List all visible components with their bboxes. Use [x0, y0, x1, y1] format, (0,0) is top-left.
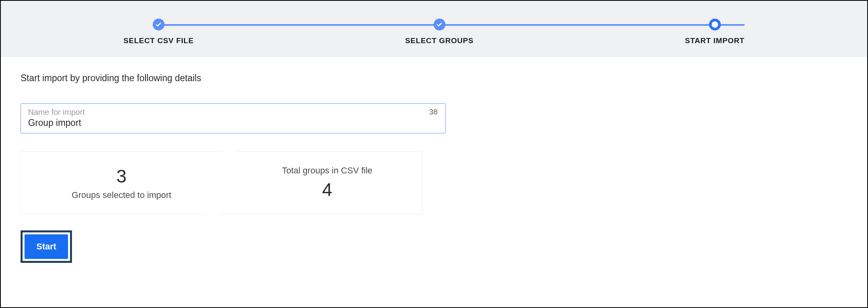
step-select-csv: SELECT CSV FILE [123, 19, 194, 45]
total-groups-card: Total groups in CSV file 4 [220, 151, 422, 215]
step-label: SELECT CSV FILE [123, 36, 194, 45]
start-button-highlight: Start [21, 230, 72, 263]
stepper: SELECT CSV FILE SELECT GROUPS START IMPO… [1, 19, 867, 45]
selected-label: Groups selected to import [72, 190, 171, 200]
content-area: Start import by providing the following … [1, 57, 867, 307]
import-wizard-container: SELECT CSV FILE SELECT GROUPS START IMPO… [0, 0, 868, 308]
name-input-wrapper[interactable]: Name for import 38 [21, 103, 446, 133]
instruction-text: Start import by providing the following … [21, 73, 847, 84]
total-count: 4 [322, 179, 332, 200]
step-start-import: START IMPORT [685, 19, 745, 45]
input-label: Name for import [28, 108, 438, 117]
selected-groups-card: 3 Groups selected to import [21, 151, 222, 215]
stepper-bar: SELECT CSV FILE SELECT GROUPS START IMPO… [1, 1, 867, 57]
step-label: SELECT GROUPS [405, 36, 474, 45]
import-name-input[interactable] [28, 117, 438, 128]
step-select-groups: SELECT GROUPS [405, 19, 474, 45]
check-circle-icon [434, 19, 445, 30]
check-circle-icon [153, 19, 165, 30]
start-button[interactable]: Start [25, 234, 68, 259]
step-label: START IMPORT [685, 36, 745, 45]
selected-count: 3 [116, 165, 127, 187]
current-step-circle-icon [709, 19, 721, 30]
total-label: Total groups in CSV file [282, 165, 373, 176]
stats-row: 3 Groups selected to import Total groups… [21, 151, 847, 215]
char-counter: 38 [429, 108, 438, 116]
